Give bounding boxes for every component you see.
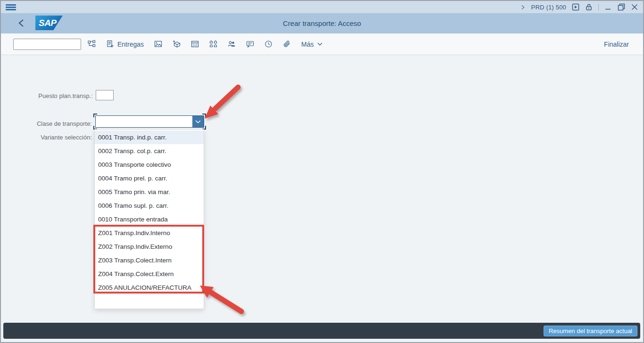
dropdown-item-Z005[interactable]: Z005 ANULACION/REFACTURA <box>95 281 204 294</box>
package-button[interactable] <box>173 40 181 48</box>
more-label: Más <box>301 41 314 48</box>
dropdown-item-Z002[interactable]: Z002 Transp.Indiv.Externo <box>95 240 204 253</box>
app-title-bar <box>1 13 643 33</box>
puesto-input[interactable] <box>96 90 114 100</box>
minimize-icon[interactable] <box>604 3 612 11</box>
transport-summary-button[interactable]: Resumen del transporte actual <box>544 326 637 336</box>
add-document-icon <box>106 40 114 48</box>
clock-button[interactable] <box>264 40 272 48</box>
annotation-arrow-top <box>205 87 238 119</box>
variants-icon <box>209 40 217 48</box>
attachment-button[interactable] <box>283 40 291 48</box>
calendar-button[interactable] <box>191 40 199 48</box>
people-button[interactable] <box>228 40 236 48</box>
finalizar-button[interactable]: Finalizar <box>604 33 629 55</box>
people-icon <box>228 40 236 48</box>
footer-bar: Resumen del transporte actual <box>3 323 640 339</box>
gui-script-icon[interactable] <box>572 3 579 11</box>
clase-combobox[interactable] <box>95 115 204 128</box>
unlock-icon[interactable] <box>585 3 593 11</box>
restore-icon[interactable] <box>618 3 625 11</box>
comment-button[interactable] <box>246 40 254 48</box>
back-icon[interactable] <box>18 19 25 27</box>
attachment-icon <box>283 40 291 48</box>
dropdown-list: 0001 Transp. ind.p. carr.0002 Transp. co… <box>94 129 204 309</box>
dropdown-item-0010[interactable]: 0010 Transporte entrada <box>95 212 204 226</box>
clase-label: Clase de transporte: <box>0 120 92 127</box>
chevron-down-icon <box>195 120 201 123</box>
hierarchy-button[interactable] <box>88 40 96 48</box>
dropdown-item-0005[interactable]: 0005 Tramo prin. via mar. <box>95 185 204 199</box>
brand-text: SAP <box>39 18 57 28</box>
dropdown-item-Z004[interactable]: Z004 Transp.Colect.Extern <box>95 267 204 281</box>
dropdown-item-0001[interactable]: 0001 Transp. ind.p. carr. <box>95 131 204 144</box>
dropdown-item-0006[interactable]: 0006 Tramo supl. p. carr. <box>95 199 204 212</box>
nav-forward-icon[interactable] <box>520 4 526 10</box>
comment-icon <box>246 40 254 48</box>
system-top-bar: PRD (1) 500 <box>1 1 643 13</box>
close-icon[interactable] <box>631 3 638 11</box>
calendar-icon <box>191 40 199 48</box>
command-field[interactable] <box>13 39 81 50</box>
entregas-label: Entregas <box>117 41 144 48</box>
add-package-icon <box>173 40 181 48</box>
more-button[interactable]: Más <box>301 41 322 48</box>
annotation-arrow-bottom <box>200 286 241 311</box>
variante-label: Variante selección: <box>0 134 92 141</box>
image-button[interactable] <box>154 40 162 48</box>
entregas-button[interactable]: Entregas <box>106 40 144 48</box>
image-icon <box>154 40 162 48</box>
dropdown-item-0003[interactable]: 0003 Transporte colectivo <box>95 158 204 172</box>
puesto-label: Puesto plan.transp.: <box>0 92 93 99</box>
system-id-label: PRD (1) 500 <box>531 4 566 11</box>
clase-input[interactable] <box>96 116 192 127</box>
dropdown-item-0002[interactable]: 0002 Transp. col.p. carr. <box>95 144 204 158</box>
dropdown-item-0004[interactable]: 0004 Tramo prel. p. carr. <box>95 172 204 185</box>
menu-icon[interactable] <box>6 3 16 11</box>
variants-button[interactable] <box>209 40 217 48</box>
dropdown-item-Z001[interactable]: Z001 Transp.Indiv.Interno <box>95 226 204 240</box>
divider <box>598 4 599 10</box>
chevron-down-icon <box>317 42 322 46</box>
sap-window: PRD (1) 500 SAP Crear transporte: Acceso… <box>0 0 644 343</box>
hierarchy-icon <box>88 40 96 48</box>
dropdown-item-Z003[interactable]: Z003 Transp.Colect.Intern <box>95 253 204 267</box>
clock-icon <box>264 40 272 48</box>
